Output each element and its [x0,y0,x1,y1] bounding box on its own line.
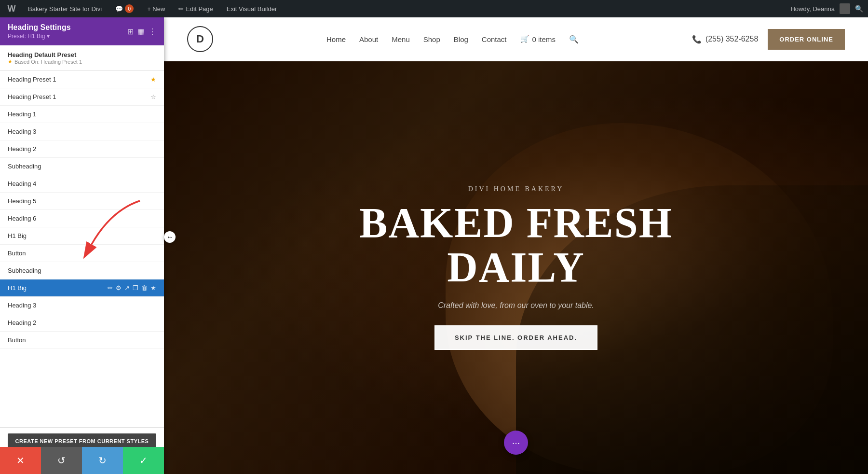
search-icon[interactable]: 🔍 [569,35,579,44]
nav-menu[interactable]: Menu [392,35,410,43]
list-item[interactable]: Subheading [0,158,164,175]
item-actions: ✏ ⚙ ↗ ❐ 🗑 ★ [108,284,156,292]
more-icon[interactable]: ⋮ [149,27,156,36]
bottom-bar: ✕ ↺ ↻ ✓ [0,447,164,474]
duplicate-icon[interactable]: ⊞ [127,27,134,36]
list-item[interactable]: Heading 1 [0,106,164,123]
hero-content: DIVI HOME BAKERY BAKED FRESH DAILY Craft… [359,185,673,350]
cancel-button[interactable]: ✕ [0,447,41,474]
list-item-active[interactable]: H1 Big ✏ ⚙ ↗ ❐ 🗑 ★ [0,279,164,297]
list-item[interactable]: Heading 4 [0,175,164,193]
list-item[interactable]: Subheading [0,262,164,279]
list-item[interactable]: Heading 3 [0,297,164,314]
export-icon[interactable]: ↗ [124,284,130,292]
cart-icon: 🛒 [520,35,529,43]
howdy-text: Howdy, Deanna [790,5,835,13]
panel-title: Heading Settings [8,23,71,32]
hero-cta-button[interactable]: SKIP THE LINE. ORDER AHEAD. [434,325,597,350]
nav-contact[interactable]: Contact [482,35,507,43]
edit-icon[interactable]: ✏ [108,284,113,292]
site-nav: D Home About Menu Shop Blog Contact 🛒 0 … [164,17,868,61]
hero-title: BAKED FRESH DAILY [359,201,673,290]
nav-right: 📞 (255) 352-6258 ORDER ONLINE [692,29,845,50]
nav-home[interactable]: Home [326,35,346,43]
comment-button[interactable]: 💬 0 [111,2,137,15]
cart-count: 0 items [532,35,556,43]
preset-based-on: ★ Based On: Heading Preset 1 [8,58,82,65]
dots-icon: ··· [512,437,520,448]
list-item[interactable]: Button [0,332,164,349]
cart-area[interactable]: 🛒 0 items [520,35,556,43]
order-online-button[interactable]: ORDER ONLINE [768,29,845,50]
hero-section: DIVI HOME BAKERY BAKED FRESH DAILY Craft… [164,61,868,474]
active-preset-name: Heading Default Preset [8,51,82,58]
search-icon[interactable]: 🔍 [855,5,863,13]
delete-icon[interactable]: 🗑 [141,284,148,292]
nav-shop[interactable]: Shop [423,35,440,43]
list-item[interactable]: Heading 3 [0,123,164,140]
admin-bar: W Bakery Starter Site for Divi 💬 0 + New… [0,0,868,17]
list-item[interactable]: Heading 2 [0,140,164,158]
phone-number: (255) 352-6258 [705,35,758,43]
resize-handle[interactable]: ↔ [164,231,176,243]
wp-logo[interactable]: W [5,2,18,15]
nav-links: Home About Menu Shop Blog Contact 🛒 0 it… [326,35,579,44]
layout-icon[interactable]: ▦ [137,27,145,36]
website-preview: D Home About Menu Shop Blog Contact 🛒 0 … [164,17,868,474]
main-content: D Home About Menu Shop Blog Contact 🛒 0 … [164,17,868,474]
left-panel: Heading Settings Preset: H1 Big ▾ ⊞ ▦ ⋮ … [0,17,164,474]
site-name[interactable]: Bakery Starter Site for Divi [24,3,106,14]
hero-subtitle: DIVI HOME BAKERY [359,185,673,193]
avatar [840,3,850,14]
panel-subtitle[interactable]: Preset: H1 Big ▾ [8,33,71,40]
exit-builder-button[interactable]: Exit Visual Builder [223,3,281,14]
list-item[interactable]: Heading Preset 1 ★ [0,71,164,88]
list-item[interactable]: Button [0,245,164,262]
floating-menu-button[interactable]: ··· [504,431,528,455]
preset-dropdown-header: Heading Default Preset ★ Based On: Headi… [0,45,164,71]
nav-about[interactable]: About [359,35,378,43]
new-button[interactable]: + New [143,3,169,14]
star-icon[interactable]: ☆ [150,93,156,100]
copy-icon[interactable]: ❐ [133,284,138,292]
comment-count: 0 [125,4,134,13]
edit-page-button[interactable]: ✏ Edit Page [175,3,217,14]
nav-blog[interactable]: Blog [454,35,468,43]
list-item[interactable]: Heading Preset 1 ☆ [0,88,164,106]
preset-list: Heading Preset 1 ★ Heading Preset 1 ☆ He… [0,71,164,427]
save-button[interactable]: ✓ [123,447,164,474]
phone-icon: 📞 [692,35,702,44]
star-active-icon[interactable]: ★ [150,284,156,292]
redo-button[interactable]: ↻ [82,447,123,474]
hero-tagline: Crafted with love, from our oven to your… [359,301,673,310]
list-item[interactable]: H1 Big [0,227,164,245]
list-item[interactable]: Heading 5 [0,193,164,210]
star-icon[interactable]: ★ [150,76,156,83]
list-item[interactable]: Heading 6 [0,210,164,227]
settings-icon[interactable]: ⚙ [116,284,122,292]
list-item[interactable]: Heading 2 [0,314,164,332]
site-logo[interactable]: D [187,26,213,52]
phone-area: 📞 (255) 352-6258 [692,35,758,44]
undo-button[interactable]: ↺ [41,447,82,474]
panel-header: Heading Settings Preset: H1 Big ▾ ⊞ ▦ ⋮ [0,17,164,45]
